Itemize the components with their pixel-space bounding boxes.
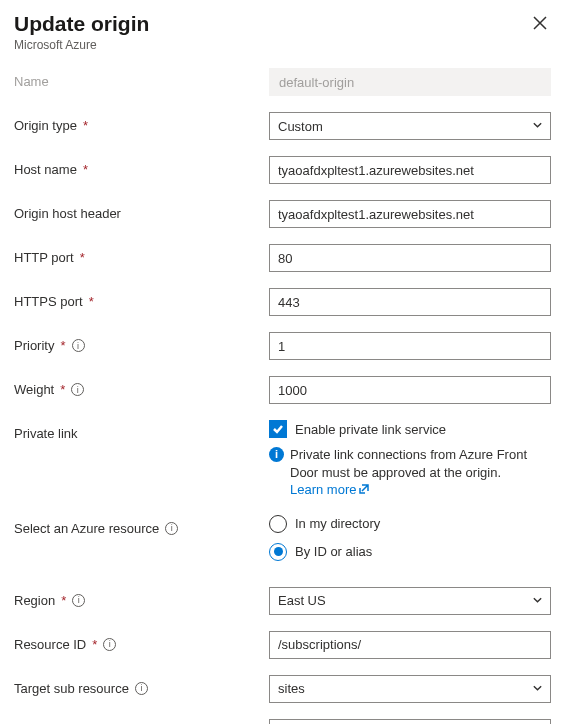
origin-host-header-field[interactable] — [269, 200, 551, 228]
required-icon: * — [60, 338, 65, 353]
host-name-field[interactable] — [269, 156, 551, 184]
checkbox-checked-icon — [269, 420, 287, 438]
radio-unchecked-icon — [269, 515, 287, 533]
required-icon: * — [80, 250, 85, 265]
required-icon: * — [89, 294, 94, 309]
http-port-field[interactable] — [269, 244, 551, 272]
name-label: Name — [14, 74, 49, 89]
host-name-label: Host name — [14, 162, 77, 177]
origin-host-header-label: Origin host header — [14, 206, 121, 221]
https-port-label: HTTPS port — [14, 294, 83, 309]
page-title: Update origin — [14, 12, 149, 36]
learn-more-link[interactable]: Learn more — [290, 481, 369, 499]
http-port-label: HTTP port — [14, 250, 74, 265]
close-button[interactable] — [529, 12, 551, 37]
info-icon[interactable]: i — [72, 339, 85, 352]
info-icon[interactable]: i — [72, 594, 85, 607]
info-icon: i — [269, 447, 284, 462]
required-icon: * — [92, 637, 97, 652]
radio-checked-icon — [269, 543, 287, 561]
radio-in-my-directory[interactable]: In my directory — [269, 515, 551, 533]
radio-in-my-directory-label: In my directory — [295, 516, 380, 531]
info-icon[interactable]: i — [165, 522, 178, 535]
resource-id-field[interactable] — [269, 631, 551, 659]
weight-label: Weight — [14, 382, 54, 397]
info-icon[interactable]: i — [71, 383, 84, 396]
page-subtitle: Microsoft Azure — [14, 38, 149, 52]
info-icon[interactable]: i — [135, 682, 148, 695]
required-icon: * — [61, 593, 66, 608]
required-icon: * — [83, 162, 88, 177]
name-field — [269, 68, 551, 96]
private-link-label: Private link — [14, 426, 78, 441]
region-label: Region — [14, 593, 55, 608]
target-sub-resource-label: Target sub resource — [14, 681, 129, 696]
origin-type-select[interactable] — [269, 112, 551, 140]
https-port-field[interactable] — [269, 288, 551, 316]
enable-private-link-label: Enable private link service — [295, 422, 446, 437]
priority-field[interactable] — [269, 332, 551, 360]
close-icon — [533, 18, 547, 33]
external-link-icon — [359, 481, 369, 499]
request-message-field[interactable] — [269, 719, 551, 724]
weight-field[interactable] — [269, 376, 551, 404]
required-icon: * — [60, 382, 65, 397]
origin-type-label: Origin type — [14, 118, 77, 133]
private-link-info-text: Private link connections from Azure Fron… — [290, 447, 527, 480]
select-resource-label: Select an Azure resource — [14, 521, 159, 536]
target-sub-resource-select[interactable] — [269, 675, 551, 703]
enable-private-link-checkbox[interactable]: Enable private link service — [269, 420, 551, 438]
radio-by-id-or-alias[interactable]: By ID or alias — [269, 543, 551, 561]
info-icon[interactable]: i — [103, 638, 116, 651]
priority-label: Priority — [14, 338, 54, 353]
region-select[interactable] — [269, 587, 551, 615]
resource-id-label: Resource ID — [14, 637, 86, 652]
required-icon: * — [83, 118, 88, 133]
radio-by-id-or-alias-label: By ID or alias — [295, 544, 372, 559]
